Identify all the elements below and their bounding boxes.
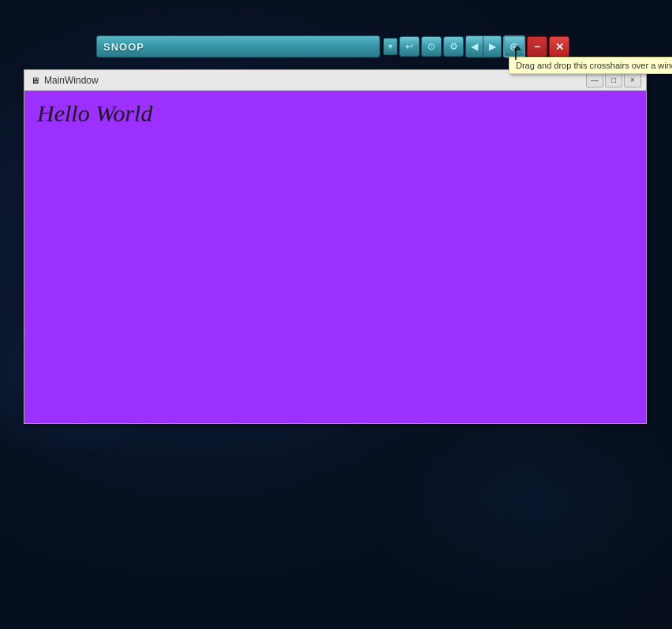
settings-button[interactable]: ⚙	[443, 36, 464, 57]
snoop-label: SNOOP	[100, 41, 376, 53]
close-icon: ✕	[555, 41, 564, 53]
nav-next-icon: ▶	[489, 41, 496, 52]
window-close-icon: ×	[630, 76, 635, 84]
window-maximize-button[interactable]: □	[605, 73, 622, 87]
snoop-input[interactable]: SNOOP	[96, 35, 380, 58]
nav-prev-icon: ◀	[471, 41, 478, 52]
snoop-toolbar: SNOOP ▼ ↩ ⊙ ⚙ ◀ ▶ ⊕ − ✕	[96, 35, 569, 58]
nav-prev-button[interactable]: ◀	[466, 36, 483, 57]
close-toolbar-button[interactable]: ✕	[549, 36, 569, 57]
navigate-icon: ↩	[405, 41, 413, 52]
nav-button-group: ◀ ▶	[465, 35, 502, 58]
navigate-button[interactable]: ↩	[399, 36, 420, 57]
window-title: MainWindow	[44, 75, 586, 86]
snoop-dropdown-button[interactable]: ▼	[383, 38, 398, 55]
hello-world-label: Hello World	[37, 100, 152, 127]
dropdown-arrow-icon: ▼	[387, 43, 394, 50]
cursor-indicator	[511, 45, 521, 61]
window-icon-glyph: 🖥	[31, 76, 39, 85]
window-close-button[interactable]: ×	[624, 73, 641, 87]
magnify-button[interactable]: ⊙	[421, 36, 442, 57]
main-window: 🖥 MainWindow — □ × Hello World	[24, 69, 647, 424]
minus-icon: −	[534, 40, 540, 53]
window-app-icon: 🖥	[29, 75, 40, 86]
magnify-icon: ⊙	[427, 41, 435, 52]
window-minimize-button[interactable]: —	[586, 73, 603, 87]
window-minimize-icon: —	[591, 76, 599, 84]
settings-icon: ⚙	[450, 41, 458, 52]
minimize-toolbar-button[interactable]: −	[527, 36, 547, 57]
window-content: Hello World	[24, 91, 646, 423]
window-maximize-icon: □	[611, 76, 616, 84]
window-controls: — □ ×	[586, 73, 641, 87]
nav-next-button[interactable]: ▶	[483, 36, 501, 57]
crosshair-tooltip: Drag and drop this crosshairs over a win…	[509, 57, 672, 74]
